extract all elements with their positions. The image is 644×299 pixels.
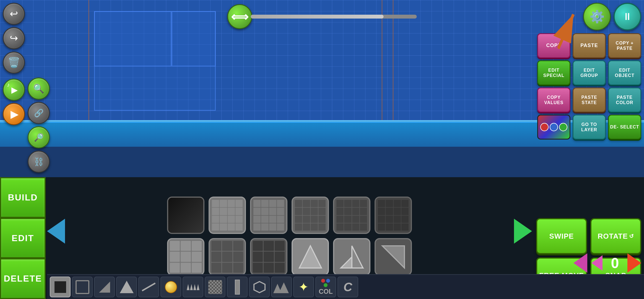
object-cell[interactable]	[167, 238, 204, 275]
scroll-left-arrow[interactable]	[47, 219, 65, 244]
redo-button[interactable]: ↪	[3, 27, 25, 49]
delete-mode-button[interactable]: DELETE	[0, 258, 46, 299]
tab-c[interactable]: C	[337, 277, 358, 297]
paste-state-button[interactable]: PASTE STATE	[573, 87, 606, 112]
scroll-right-arrow[interactable]	[514, 219, 532, 244]
tab-col[interactable]: Col	[315, 277, 336, 297]
tab-noise[interactable]	[205, 277, 225, 297]
object-cell[interactable]	[250, 197, 287, 234]
color-button[interactable]	[537, 115, 570, 140]
object-cell[interactable]	[167, 197, 204, 234]
right-action-panel: COPY PASTE COPY + PASTE EDIT SPECIAL EDI…	[537, 33, 641, 140]
svg-marker-7	[352, 246, 363, 268]
object-cell[interactable]	[375, 197, 412, 234]
tab-line[interactable]	[138, 277, 159, 297]
svg-marker-8	[382, 246, 404, 268]
flip-button[interactable]: ⟺	[227, 4, 252, 29]
paste-color-button[interactable]: PASTE COLOR	[608, 87, 641, 112]
copy-values-button[interactable]: COPY VALUES	[537, 87, 570, 112]
tab-solid-block[interactable]	[50, 277, 71, 297]
tab-star[interactable]: ✦	[293, 277, 314, 297]
layer-next-button[interactable]	[627, 253, 641, 273]
rotate-button[interactable]: ROTATE ↺	[590, 218, 641, 254]
music-play-button[interactable]: ▶ ♪	[3, 79, 25, 101]
top-right-controls: ⚙️ ⏸	[583, 3, 641, 30]
object-cell[interactable]	[250, 238, 287, 275]
tab-triangle[interactable]	[116, 277, 137, 297]
mode-button-panel: BUILD EDIT DELETE	[0, 177, 46, 299]
left-toolbar: ↩ ↪ 🗑️ ▶ ♪ ▶	[3, 3, 25, 125]
svg-marker-2	[254, 282, 265, 293]
edit-group-button[interactable]: EDIT GROUP	[573, 60, 606, 85]
zoom-out-button[interactable]: 🔍	[28, 126, 50, 148]
tab-empty-block[interactable]	[72, 277, 93, 297]
tab-pillar[interactable]	[227, 277, 248, 297]
stop-button[interactable]: ▶	[3, 103, 25, 125]
deselect-button[interactable]: DE- SELECT	[608, 115, 641, 140]
tab-orb[interactable]	[160, 277, 181, 297]
build-mode-button[interactable]: BUILD	[0, 177, 46, 218]
tab-mountain[interactable]	[271, 277, 292, 297]
swipe-button[interactable]: SWIPE	[536, 218, 587, 254]
svg-marker-5	[299, 246, 321, 268]
tab-hex[interactable]	[249, 277, 270, 297]
link2-button[interactable]: ⛓️	[28, 151, 50, 173]
edit-object-button[interactable]: EDIT OBJECT	[608, 60, 641, 85]
layer-count: 0	[607, 255, 623, 271]
tab-slope[interactable]	[94, 277, 115, 297]
object-cell[interactable]	[375, 238, 412, 275]
object-cell[interactable]	[333, 238, 370, 275]
object-cell[interactable]	[209, 197, 246, 234]
svg-marker-4	[279, 282, 289, 293]
left-toolbar-secondary: 🔍 🔗 🔍 ⛓️	[28, 78, 50, 173]
tab-spike[interactable]	[183, 277, 203, 297]
object-cell[interactable]	[209, 238, 246, 275]
object-cell[interactable]	[292, 238, 329, 275]
speed-slider[interactable]	[251, 15, 417, 19]
link-button[interactable]: 🔗	[28, 102, 50, 124]
copy-paste-button[interactable]: COPY + PASTE	[608, 33, 641, 58]
object-tab-bar: ✦ Col C	[47, 274, 644, 299]
layer-navigation: 0	[573, 253, 641, 273]
go-to-layer-button[interactable]: GO TO LAYER	[573, 115, 606, 140]
object-cell[interactable]	[292, 197, 329, 234]
delete-object-button[interactable]: 🗑️	[3, 51, 25, 74]
layer-prev-button[interactable]	[573, 253, 587, 273]
object-cell[interactable]	[333, 197, 370, 234]
layer-prev-small-button[interactable]	[591, 255, 603, 271]
undo-button[interactable]: ↩	[3, 3, 25, 25]
edit-special-button[interactable]: EDIT SPECIAL	[537, 60, 570, 85]
top-center-controls: ⟺	[227, 4, 417, 29]
edit-mode-button[interactable]: EDIT	[0, 218, 46, 259]
pause-button[interactable]: ⏸	[614, 3, 641, 30]
zoom-in-button[interactable]: 🔍	[28, 78, 50, 100]
